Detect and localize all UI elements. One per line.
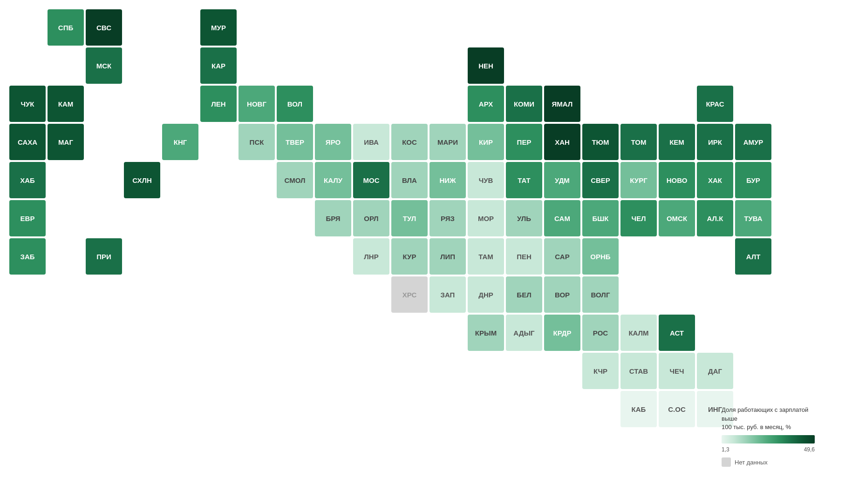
empty-cell-7-16 bbox=[124, 315, 160, 351]
empty-cell-5-1 bbox=[239, 200, 275, 236]
empty-cell-9-11 bbox=[9, 391, 46, 427]
empty-cell-7-9 bbox=[620, 276, 657, 313]
cell-твер: ТВЕР bbox=[277, 124, 313, 160]
cell-нен: НЕН bbox=[468, 47, 504, 84]
empty-cell-1-10 bbox=[429, 47, 466, 84]
empty-cell-1-3 bbox=[162, 47, 198, 84]
empty-cell-9-0 bbox=[353, 353, 389, 389]
empty-cell-7-19 bbox=[239, 315, 275, 351]
cell-при: ПРИ bbox=[86, 238, 122, 275]
cell-пер: ПЕР bbox=[506, 124, 542, 160]
cell-вла: ВЛА bbox=[391, 162, 428, 198]
legend-nodata-label: Нет данных bbox=[735, 459, 768, 466]
empty-cell-6-18 bbox=[162, 276, 198, 313]
empty-cell-3-0 bbox=[124, 124, 160, 160]
cell-с.ос: С.ОС bbox=[659, 391, 695, 427]
cell-свс: СВС bbox=[86, 9, 122, 46]
empty-cell-2-9 bbox=[429, 86, 466, 122]
empty-cell-2-2 bbox=[162, 86, 198, 122]
empty-cell-0-16 bbox=[620, 9, 657, 46]
cell-кург: КУРГ bbox=[620, 162, 657, 198]
empty-cell-5-19 bbox=[162, 238, 198, 275]
empty-cell-3-18 bbox=[48, 162, 84, 198]
cell-кчр: КЧР bbox=[582, 353, 619, 389]
empty-cell-7-13 bbox=[9, 315, 46, 351]
empty-cell-0-17 bbox=[659, 9, 695, 46]
empty-cell-7-12 bbox=[735, 276, 771, 313]
empty-cell-0-10 bbox=[391, 9, 428, 46]
cell-кос: КОС bbox=[391, 124, 428, 160]
cell-спб: СПБ bbox=[48, 9, 84, 46]
empty-cell-6-2 bbox=[315, 238, 351, 275]
empty-cell-10-17 bbox=[277, 429, 313, 465]
empty-cell-9-2 bbox=[429, 353, 466, 389]
empty-cell-5-16 bbox=[48, 238, 84, 275]
cell-днр: ДНР bbox=[468, 276, 504, 313]
cell-лип: ЛИП bbox=[429, 238, 466, 275]
cell-мор: МОР bbox=[468, 200, 504, 236]
cell-калм: КАЛМ bbox=[620, 315, 657, 351]
empty-cell-10-2 bbox=[468, 391, 504, 427]
empty-cell-9-17 bbox=[239, 391, 275, 427]
cell-крдр: КРДР bbox=[544, 315, 580, 351]
empty-cell-6-10 bbox=[620, 238, 657, 275]
empty-cell-6-1 bbox=[277, 238, 313, 275]
empty-cell-7-2 bbox=[353, 276, 389, 313]
legend-labels: 1,3 49,6 bbox=[722, 446, 815, 453]
empty-cell-7-20 bbox=[277, 315, 313, 351]
map-container: СПБСВСМУРМСККАРНЕНЧУККАМЛЕННОВГВОЛАРХКОМ… bbox=[9, 9, 771, 465]
empty-cell-6-0 bbox=[239, 238, 275, 275]
empty-cell-10-16 bbox=[239, 429, 275, 465]
empty-cell-0-20 bbox=[9, 47, 46, 84]
cell-бря: БРЯ bbox=[315, 200, 351, 236]
empty-cell-8-16 bbox=[162, 353, 198, 389]
empty-cell-6-19 bbox=[200, 276, 237, 313]
cell-ал.к: АЛ.К bbox=[697, 200, 733, 236]
empty-cell-0-18 bbox=[697, 9, 733, 46]
cell-свер: СВЕР bbox=[582, 162, 619, 198]
empty-cell-0-4 bbox=[162, 9, 198, 46]
empty-cell-5-20 bbox=[200, 238, 237, 275]
cell-тат: ТАТ bbox=[506, 162, 542, 198]
empty-cell-4-20 bbox=[162, 200, 198, 236]
empty-cell-8-13 bbox=[48, 353, 84, 389]
empty-cell-10-19 bbox=[353, 429, 389, 465]
map-grid: СПБСВСМУРМСККАРНЕНЧУККАМЛЕННОВГВОЛАРХКОМ… bbox=[9, 9, 771, 465]
empty-cell-2-17 bbox=[735, 86, 771, 122]
cell-рос: РОС bbox=[582, 315, 619, 351]
empty-cell-6-16 bbox=[86, 276, 122, 313]
cell-новг: НОВГ bbox=[239, 86, 275, 122]
cell-удм: УДМ bbox=[544, 162, 580, 198]
cell-крым: КРЫМ bbox=[468, 315, 504, 351]
empty-cell-9-18 bbox=[277, 391, 313, 427]
cell-схлн: СХЛН bbox=[124, 162, 160, 198]
empty-cell-6-14 bbox=[9, 276, 46, 313]
empty-cell-0-11 bbox=[429, 9, 466, 46]
empty-cell-0-9 bbox=[353, 9, 389, 46]
cell-чук: ЧУК bbox=[9, 86, 46, 122]
cell-чеч: ЧЕЧ bbox=[659, 353, 695, 389]
cell-тува: ТУВА bbox=[735, 200, 771, 236]
empty-cell-8-3 bbox=[429, 315, 466, 351]
empty-cell-1-8 bbox=[353, 47, 389, 84]
empty-cell-1-13 bbox=[544, 47, 580, 84]
empty-cell-7-17 bbox=[162, 315, 198, 351]
empty-cell-2-20 bbox=[86, 124, 122, 160]
empty-cell-9-1 bbox=[391, 353, 428, 389]
empty-cell-8-15 bbox=[124, 353, 160, 389]
empty-cell-6-17 bbox=[124, 276, 160, 313]
cell-алт: АЛТ bbox=[735, 238, 771, 275]
cell-мари: МАРИ bbox=[429, 124, 466, 160]
cell-бел: БЕЛ bbox=[506, 276, 542, 313]
empty-cell-10-20 bbox=[391, 429, 428, 465]
legend-min: 1,3 bbox=[722, 446, 729, 453]
empty-cell-4-18 bbox=[86, 200, 122, 236]
empty-cell-7-15 bbox=[86, 315, 122, 351]
empty-cell-9-12 bbox=[48, 391, 84, 427]
empty-cell-0-12 bbox=[468, 9, 504, 46]
empty-cell-0-15 bbox=[582, 9, 619, 46]
empty-cell-10-15 bbox=[200, 429, 237, 465]
cell-омск: ОМСК bbox=[659, 200, 695, 236]
cell-лен: ЛЕН bbox=[200, 86, 237, 122]
cell-сам: САМ bbox=[544, 200, 580, 236]
